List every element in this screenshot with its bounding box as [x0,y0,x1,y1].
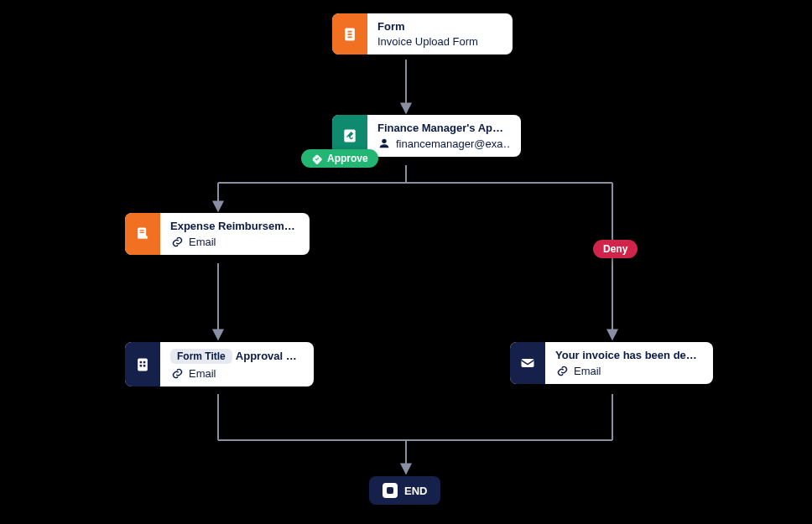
form-icon [332,13,367,54]
node-form[interactable]: Form Invoice Upload Form [332,13,513,54]
end-label: END [404,485,427,497]
node-report[interactable]: Form TitleApproval Report Email [125,342,314,387]
link-icon [555,364,569,377]
node-approval-title: Finance Manager's Approval [377,122,509,134]
node-form-subtitle: Invoice Upload Form [377,35,501,48]
node-denied-title: Your invoice has been denied. [555,349,701,361]
node-denied-channel: Email [555,364,701,377]
svg-rect-23 [143,365,146,367]
node-report-title: Form TitleApproval Report [170,349,302,364]
node-expense-channel: Email [170,235,298,248]
stop-icon [383,483,398,498]
link-icon [170,366,184,380]
svg-point-15 [382,139,386,143]
svg-rect-21 [143,361,146,363]
workflow-connectors [0,0,812,524]
svg-rect-22 [140,365,143,367]
send-form-icon [125,213,160,255]
node-denied[interactable]: Your invoice has been denied. Email [510,342,713,384]
svg-rect-24 [522,359,534,367]
badge-approve[interactable]: Approve [301,149,378,168]
user-icon [377,137,391,150]
report-icon [125,342,160,387]
envelope-icon [510,342,545,384]
badge-deny[interactable]: Deny [593,240,638,258]
node-form-title: Form [377,20,501,33]
svg-rect-19 [138,358,148,371]
node-report-channel: Email [170,366,302,380]
form-title-chip: Form Title [170,349,232,364]
link-icon [170,235,184,248]
svg-rect-20 [140,361,143,363]
node-expense[interactable]: Expense Reimbursement Form Email [125,213,310,255]
node-end[interactable]: END [369,476,440,505]
tag-check-icon [311,153,323,164]
node-expense-title: Expense Reimbursement Form [170,220,298,232]
node-approval-assignee: financemanager@exa… [377,137,509,150]
